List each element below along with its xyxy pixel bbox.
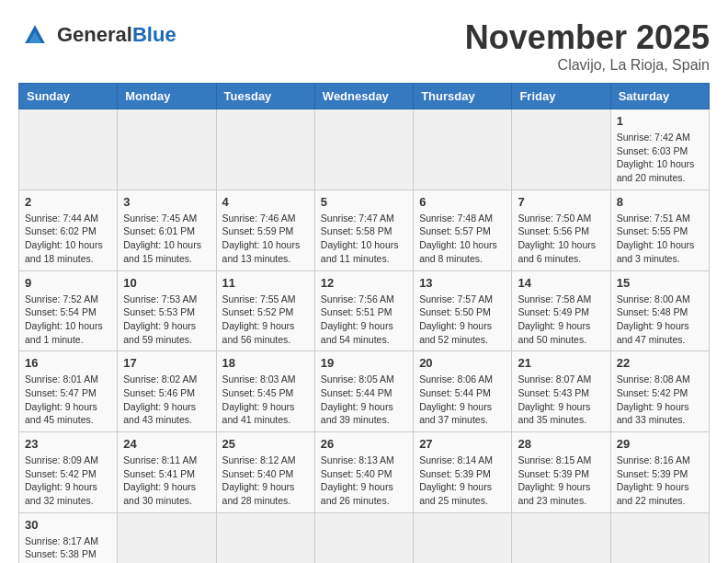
calendar-cell: 18Sunrise: 8:03 AM Sunset: 5:45 PM Dayli…: [216, 351, 314, 432]
logo-text: GeneralBlue: [57, 23, 176, 47]
day-number: 28: [518, 437, 604, 451]
day-info: Sunrise: 8:12 AM Sunset: 5:40 PM Dayligh…: [222, 454, 309, 508]
day-number: 13: [419, 276, 506, 290]
day-number: 23: [25, 437, 111, 451]
calendar-cell: 19Sunrise: 8:05 AM Sunset: 5:44 PM Dayli…: [314, 351, 413, 432]
calendar-cell: [216, 109, 314, 190]
day-number: 2: [25, 195, 111, 209]
location-title: Clavijo, La Rioja, Spain: [465, 57, 710, 74]
calendar-cell: 24Sunrise: 8:11 AM Sunset: 5:41 PM Dayli…: [118, 432, 216, 513]
day-header-tuesday: Tuesday: [216, 84, 314, 109]
calendar-cell: 20Sunrise: 8:06 AM Sunset: 5:44 PM Dayli…: [414, 351, 512, 432]
calendar-cell: 14Sunrise: 7:58 AM Sunset: 5:49 PM Dayli…: [512, 270, 610, 351]
calendar-cell: 22Sunrise: 8:08 AM Sunset: 5:42 PM Dayli…: [610, 351, 709, 432]
day-info: Sunrise: 8:07 AM Sunset: 5:43 PM Dayligh…: [518, 373, 604, 427]
page-header: GeneralBlue November 2025 Clavijo, La Ri…: [18, 18, 710, 74]
day-number: 21: [518, 356, 604, 370]
day-info: Sunrise: 7:55 AM Sunset: 5:52 PM Dayligh…: [222, 293, 309, 347]
calendar-cell: 1Sunrise: 7:42 AM Sunset: 6:03 PM Daylig…: [610, 109, 709, 190]
day-number: 11: [222, 276, 309, 290]
day-info: Sunrise: 7:48 AM Sunset: 5:57 PM Dayligh…: [419, 212, 506, 266]
calendar-cell: [19, 109, 118, 190]
day-info: Sunrise: 8:16 AM Sunset: 5:39 PM Dayligh…: [617, 454, 703, 508]
calendar: SundayMondayTuesdayWednesdayThursdayFrid…: [18, 83, 710, 563]
calendar-cell: 4Sunrise: 7:46 AM Sunset: 5:59 PM Daylig…: [216, 190, 314, 270]
calendar-cell: 12Sunrise: 7:56 AM Sunset: 5:51 PM Dayli…: [314, 270, 413, 351]
day-info: Sunrise: 7:57 AM Sunset: 5:50 PM Dayligh…: [419, 293, 506, 347]
day-info: Sunrise: 7:47 AM Sunset: 5:58 PM Dayligh…: [321, 212, 407, 266]
calendar-cell: [118, 512, 216, 563]
day-number: 6: [419, 195, 506, 209]
calendar-week-row: 1Sunrise: 7:42 AM Sunset: 6:03 PM Daylig…: [19, 109, 710, 190]
day-number: 7: [518, 195, 604, 209]
day-number: 14: [518, 276, 604, 290]
day-info: Sunrise: 8:17 AM Sunset: 5:38 PM Dayligh…: [25, 534, 111, 563]
day-number: 27: [419, 437, 506, 451]
calendar-cell: [118, 109, 216, 190]
logo: GeneralBlue: [18, 18, 176, 52]
calendar-cell: 5Sunrise: 7:47 AM Sunset: 5:58 PM Daylig…: [314, 190, 413, 270]
day-info: Sunrise: 7:42 AM Sunset: 6:03 PM Dayligh…: [617, 131, 703, 185]
day-info: Sunrise: 8:09 AM Sunset: 5:42 PM Dayligh…: [25, 454, 111, 508]
day-number: 24: [123, 437, 210, 451]
day-number: 5: [321, 195, 407, 209]
calendar-week-row: 2Sunrise: 7:44 AM Sunset: 6:02 PM Daylig…: [19, 190, 710, 270]
calendar-week-row: 23Sunrise: 8:09 AM Sunset: 5:42 PM Dayli…: [19, 432, 710, 513]
calendar-cell: 17Sunrise: 8:02 AM Sunset: 5:46 PM Dayli…: [118, 351, 216, 432]
day-number: 10: [123, 276, 210, 290]
calendar-cell: 25Sunrise: 8:12 AM Sunset: 5:40 PM Dayli…: [216, 432, 314, 513]
calendar-cell: 8Sunrise: 7:51 AM Sunset: 5:55 PM Daylig…: [610, 190, 709, 270]
calendar-cell: 13Sunrise: 7:57 AM Sunset: 5:50 PM Dayli…: [414, 270, 512, 351]
title-block: November 2025 Clavijo, La Rioja, Spain: [465, 18, 710, 74]
calendar-cell: 11Sunrise: 7:55 AM Sunset: 5:52 PM Dayli…: [216, 270, 314, 351]
day-number: 4: [222, 195, 309, 209]
day-info: Sunrise: 8:08 AM Sunset: 5:42 PM Dayligh…: [617, 373, 703, 427]
calendar-cell: 29Sunrise: 8:16 AM Sunset: 5:39 PM Dayli…: [610, 432, 709, 513]
day-info: Sunrise: 7:56 AM Sunset: 5:51 PM Dayligh…: [321, 293, 407, 347]
day-number: 17: [123, 356, 210, 370]
day-number: 20: [419, 356, 506, 370]
month-title: November 2025: [465, 18, 710, 57]
day-header-thursday: Thursday: [414, 84, 512, 109]
day-info: Sunrise: 8:00 AM Sunset: 5:48 PM Dayligh…: [617, 293, 703, 347]
day-header-friday: Friday: [512, 84, 610, 109]
day-header-wednesday: Wednesday: [314, 84, 413, 109]
calendar-cell: 10Sunrise: 7:53 AM Sunset: 5:53 PM Dayli…: [118, 270, 216, 351]
calendar-cell: [314, 512, 413, 563]
day-info: Sunrise: 8:02 AM Sunset: 5:46 PM Dayligh…: [123, 373, 210, 427]
day-info: Sunrise: 8:06 AM Sunset: 5:44 PM Dayligh…: [419, 373, 506, 427]
day-number: 18: [222, 356, 309, 370]
day-info: Sunrise: 8:03 AM Sunset: 5:45 PM Dayligh…: [222, 373, 309, 427]
calendar-cell: 27Sunrise: 8:14 AM Sunset: 5:39 PM Dayli…: [414, 432, 512, 513]
day-header-monday: Monday: [118, 84, 216, 109]
day-info: Sunrise: 7:52 AM Sunset: 5:54 PM Dayligh…: [25, 293, 111, 347]
day-number: 26: [321, 437, 407, 451]
day-number: 16: [25, 356, 111, 370]
logo-icon: [18, 18, 51, 52]
day-info: Sunrise: 7:50 AM Sunset: 5:56 PM Dayligh…: [518, 212, 604, 266]
calendar-cell: 26Sunrise: 8:13 AM Sunset: 5:40 PM Dayli…: [314, 432, 413, 513]
day-info: Sunrise: 8:15 AM Sunset: 5:39 PM Dayligh…: [518, 454, 604, 508]
day-info: Sunrise: 8:13 AM Sunset: 5:40 PM Dayligh…: [321, 454, 407, 508]
day-number: 19: [321, 356, 407, 370]
day-info: Sunrise: 8:01 AM Sunset: 5:47 PM Dayligh…: [25, 373, 111, 427]
day-info: Sunrise: 7:58 AM Sunset: 5:49 PM Dayligh…: [518, 293, 604, 347]
calendar-cell: 9Sunrise: 7:52 AM Sunset: 5:54 PM Daylig…: [19, 270, 118, 351]
calendar-cell: 7Sunrise: 7:50 AM Sunset: 5:56 PM Daylig…: [512, 190, 610, 270]
calendar-header-row: SundayMondayTuesdayWednesdayThursdayFrid…: [19, 84, 710, 109]
calendar-cell: 28Sunrise: 8:15 AM Sunset: 5:39 PM Dayli…: [512, 432, 610, 513]
calendar-cell: 30Sunrise: 8:17 AM Sunset: 5:38 PM Dayli…: [19, 512, 118, 563]
day-header-saturday: Saturday: [610, 84, 709, 109]
calendar-cell: 16Sunrise: 8:01 AM Sunset: 5:47 PM Dayli…: [19, 351, 118, 432]
calendar-cell: [414, 512, 512, 563]
day-number: 3: [123, 195, 210, 209]
day-number: 30: [25, 518, 111, 532]
calendar-cell: [610, 512, 709, 563]
day-info: Sunrise: 8:05 AM Sunset: 5:44 PM Dayligh…: [321, 373, 407, 427]
calendar-cell: 3Sunrise: 7:45 AM Sunset: 6:01 PM Daylig…: [118, 190, 216, 270]
day-number: 1: [617, 114, 703, 128]
day-info: Sunrise: 7:51 AM Sunset: 5:55 PM Dayligh…: [617, 212, 703, 266]
day-info: Sunrise: 8:11 AM Sunset: 5:41 PM Dayligh…: [123, 454, 210, 508]
day-info: Sunrise: 7:44 AM Sunset: 6:02 PM Dayligh…: [25, 212, 111, 266]
calendar-cell: [512, 109, 610, 190]
